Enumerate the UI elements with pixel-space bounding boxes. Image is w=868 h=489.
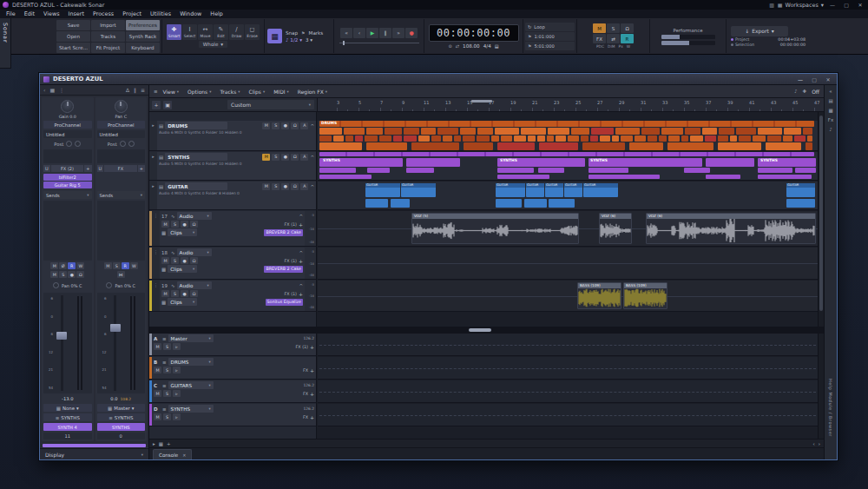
fx-list[interactable] xyxy=(97,174,146,189)
strip-write-button[interactable]: W xyxy=(76,262,84,269)
track-mute-button[interactable]: M xyxy=(161,257,169,264)
synth-clip[interactable] xyxy=(367,168,390,173)
grid-icon[interactable]: ▦ xyxy=(161,230,166,235)
audio-clip[interactable]: VOZ (5) xyxy=(411,213,579,244)
fx-plugin-chip[interactable]: Guitar Rig 5 xyxy=(43,182,92,188)
global-mute-button[interactable]: M xyxy=(593,23,606,33)
bus-play-button[interactable]: ▹ xyxy=(173,367,181,373)
synth-rack-icon[interactable]: ▦ xyxy=(828,108,832,113)
sends-header[interactable]: Sends▾ xyxy=(97,191,146,199)
toolbar-button-save[interactable]: Save xyxy=(56,20,90,30)
bus-dropdown[interactable]: ≡SYNTHS xyxy=(43,413,92,421)
tool-erase[interactable]: ◻Erase xyxy=(245,24,260,40)
bus-header[interactable]: A ≡ Master▾ 126.2 MS▹ FX (1)+ xyxy=(149,334,316,356)
drum-clip[interactable] xyxy=(571,128,590,135)
synth-clip[interactable] xyxy=(406,168,434,173)
strip-record-arm-button[interactable]: ● xyxy=(68,271,76,278)
audio-track-header[interactable]: ⋮ 19 ∿ Audio▾ ^ MS●Ω FX (1)+ ▦ Clips▾ So… xyxy=(149,281,316,312)
loop-toggle[interactable]: ↻Loop xyxy=(525,23,575,31)
bus-name[interactable]: SYNTHS▾ xyxy=(168,405,214,413)
drum-clip[interactable] xyxy=(582,142,624,150)
folder-name[interactable]: GUITAR xyxy=(165,182,227,190)
toolbar-button-tracks[interactable]: Tracks xyxy=(91,31,125,42)
fx-add-button[interactable]: + xyxy=(310,391,314,397)
strip-read-button[interactable]: R xyxy=(122,262,129,269)
snap-extra-dropdown[interactable]: 3 ▾ xyxy=(306,37,312,43)
strip-write-button[interactable]: W xyxy=(130,262,138,269)
collapse-icon[interactable]: ^ xyxy=(299,250,303,255)
track-input-echo-button[interactable]: Ω xyxy=(190,257,198,264)
drum-clip[interactable] xyxy=(464,142,493,150)
close-icon[interactable]: ✕ xyxy=(182,453,186,458)
grid-icon[interactable]: ▦ xyxy=(159,441,163,446)
folder-record-arm-button[interactable]: ● xyxy=(281,183,289,190)
drum-clip[interactable] xyxy=(404,135,416,142)
folder-automation-button[interactable]: A xyxy=(300,183,308,190)
folder-record-arm-button[interactable]: ● xyxy=(281,154,289,161)
fx-add-button[interactable]: + xyxy=(310,414,314,420)
fx-add-button[interactable]: + xyxy=(310,367,314,373)
output-dropdown[interactable]: ▦Master▾ xyxy=(97,404,146,412)
hamburger-icon[interactable]: ≡ xyxy=(154,89,158,94)
fx-icon[interactable]: Fx xyxy=(828,117,833,122)
mix-label-px[interactable]: Px xyxy=(618,44,622,49)
folder-track-header[interactable]: ▸ ▤ GUITAR MS●ΩA ^ Audio 4 MIDI 0 Synths… xyxy=(149,182,316,210)
folder-expand-icon[interactable]: ▸ xyxy=(149,121,157,150)
drum-clip[interactable] xyxy=(528,135,536,142)
pan-knob-icon[interactable] xyxy=(106,282,112,288)
play-button[interactable]: ▶ xyxy=(366,28,378,38)
bus-header[interactable]: C ≡ GUITARS▾ 126.2 MS▹ FX+ xyxy=(149,380,316,403)
fx-rack[interactable]: FX (1) xyxy=(285,222,297,227)
bus-solo-button[interactable]: S xyxy=(163,343,171,350)
drum-clip[interactable] xyxy=(685,128,700,135)
drum-clip[interactable] xyxy=(600,135,609,142)
fx-bypass-button[interactable]: U xyxy=(97,165,104,172)
synth-clip-strip[interactable] xyxy=(319,152,814,156)
bus-dropdown[interactable]: ≡SYNTHS xyxy=(97,413,146,421)
drum-clip[interactable] xyxy=(591,128,613,135)
channel-strip[interactable]: Gain 0.0 ProChannel Untitled Post UFX (2… xyxy=(42,97,94,441)
fx-add-button[interactable]: + xyxy=(299,291,303,297)
fx-add-button[interactable]: + xyxy=(138,165,145,172)
bus-mute-button[interactable]: M xyxy=(154,413,161,420)
drum-clip[interactable] xyxy=(718,135,728,142)
bus-solo-button[interactable]: S xyxy=(163,367,171,373)
drum-clip[interactable] xyxy=(621,135,633,142)
drum-clip[interactable] xyxy=(568,135,579,142)
drum-clip[interactable] xyxy=(344,128,364,135)
folder-solo-button[interactable]: S xyxy=(272,154,279,161)
track-solo-button[interactable]: S xyxy=(171,290,179,297)
drum-clip[interactable] xyxy=(753,135,766,142)
more-icon[interactable]: ⋮ xyxy=(59,87,64,93)
audio-track-header[interactable]: ⋮ 17 ∿ Audio▾ ^ MS●Ω FX (1)+ ▦ Clips▾ BR… xyxy=(149,211,316,247)
drum-clip[interactable] xyxy=(548,128,569,135)
folder-automation-button[interactable]: A xyxy=(300,154,308,161)
strip-mute-button[interactable]: M xyxy=(50,271,58,278)
knob-icon[interactable] xyxy=(128,141,135,147)
guitar-clip[interactable] xyxy=(786,199,815,208)
track-name-field[interactable]: Untitled xyxy=(97,130,146,138)
rewind-to-start-button[interactable]: « xyxy=(340,28,352,38)
fx-list[interactable]: blFilter2Guitar Rig 5 xyxy=(43,174,92,189)
fx-add-button[interactable]: + xyxy=(299,258,303,264)
bus-mute-button[interactable]: M xyxy=(154,390,161,397)
synth-clip[interactable] xyxy=(319,175,372,179)
menu-utilities[interactable]: Utilities xyxy=(146,10,175,17)
audio-clip[interactable]: VOZ (6) xyxy=(599,213,632,244)
audio-clip[interactable]: VOZ (6) xyxy=(646,213,816,244)
keyboard-icon[interactable]: ▤ xyxy=(495,43,499,49)
strip-solo-button[interactable]: S xyxy=(59,271,67,278)
track-mute-button[interactable]: M xyxy=(161,290,169,297)
post-row[interactable]: Post xyxy=(43,140,92,148)
prochannel-button[interactable]: ProChannel xyxy=(43,121,92,129)
global-fx-button[interactable]: FX xyxy=(593,34,606,43)
collapse-icon[interactable]: ^ xyxy=(310,155,314,160)
global-read-button[interactable]: R xyxy=(621,34,634,43)
drum-clip[interactable] xyxy=(581,135,589,142)
synth-clip[interactable] xyxy=(497,175,549,179)
drum-clip[interactable] xyxy=(365,135,378,142)
guitar-clip[interactable]: GUITAR xyxy=(401,183,436,197)
output-dropdown[interactable]: ▦None▾ xyxy=(43,404,92,412)
drum-clip[interactable] xyxy=(806,142,812,150)
window-minimize-button[interactable]: — xyxy=(795,76,806,83)
